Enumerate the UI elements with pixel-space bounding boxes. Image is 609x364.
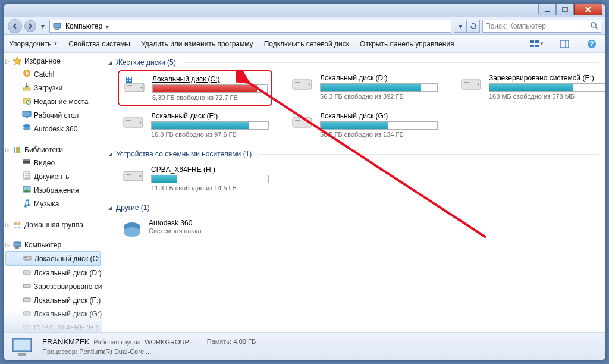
drive-item[interactable]: Локальный диск (F:)16,8 ГБ свободно из 9…: [118, 108, 272, 142]
svg-rect-67: [14, 340, 30, 350]
svg-point-63: [140, 175, 142, 177]
sidebar-homegroup-header[interactable]: ▷ Домашняя группа: [4, 219, 102, 231]
drive-name: Локальный диск (F:): [151, 112, 269, 120]
svg-point-4: [591, 23, 596, 27]
refresh-button[interactable]: [467, 20, 480, 33]
svg-rect-42: [23, 325, 30, 329]
address-dropdown[interactable]: ▾: [454, 20, 467, 33]
address-bar[interactable]: Компьютер ▸: [49, 20, 451, 33]
preview-pane-button[interactable]: [556, 37, 573, 51]
other-item[interactable]: Autodesk 360Системная папка: [118, 215, 599, 244]
svg-point-47: [141, 87, 143, 89]
svg-rect-21: [16, 147, 18, 153]
sidebar-item-disk-e[interactable]: Зарезервировано системой: [4, 280, 102, 293]
svg-point-33: [18, 222, 21, 225]
recent-icon: [22, 96, 32, 107]
svg-rect-18: [23, 111, 31, 117]
sidebar-libraries-header[interactable]: ▷ Библиотеки: [4, 144, 102, 156]
svg-rect-37: [24, 257, 27, 258]
sidebar-favorites-header[interactable]: ▷ Избранное: [4, 55, 102, 67]
libraries-icon: [12, 145, 22, 155]
drive-item[interactable]: Локальный диск (D:)56,3 ГБ свободно из 3…: [287, 70, 441, 106]
drive-icon: [22, 308, 32, 319]
breadcrumb-computer[interactable]: Компьютер: [65, 22, 102, 30]
search-input[interactable]: Поиск: Компьютер: [482, 20, 601, 33]
svg-rect-8: [530, 45, 534, 47]
svg-rect-61: [295, 120, 300, 121]
sidebar-item-autodesk[interactable]: Autodesk 360: [4, 122, 102, 136]
titlebar: [4, 4, 605, 17]
sidebar-item-desktop[interactable]: Рабочий стол: [4, 108, 102, 122]
drive-icon: [123, 75, 146, 94]
computer-icon: [52, 21, 62, 31]
drive-icon: [121, 112, 145, 131]
drive-free-text: 11,3 ГБ свободно из 14,5 ГБ: [151, 184, 269, 192]
section-removable[interactable]: ◢Устройства со съемными носителями (1): [108, 150, 599, 158]
sidebar-item-videos[interactable]: Видео: [4, 156, 102, 170]
video-icon: [22, 157, 32, 168]
drive-name: Локальный диск (C:): [152, 75, 268, 83]
drive-free-text: 56,5 ГБ свободно из 134 ГБ: [320, 131, 438, 138]
map-network-drive-button[interactable]: Подключить сетевой диск: [264, 40, 349, 48]
explorer-window: ▾ Компьютер ▸ ▾ Поиск: Компьютер Упорядо…: [4, 4, 605, 360]
breadcrumb-separator[interactable]: ▸: [106, 22, 109, 30]
svg-rect-6: [530, 40, 534, 43]
capacity-bar: [320, 121, 438, 130]
sidebar-item-disk-f[interactable]: Локальный диск (F:): [4, 293, 102, 307]
uninstall-program-button[interactable]: Удалить или изменить программу: [141, 40, 253, 48]
sidebar-item-documents[interactable]: Документы: [4, 170, 102, 183]
section-hard-disks[interactable]: ◢Жесткие диски (5): [108, 58, 599, 67]
sidebar-item-catch[interactable]: Catch!: [4, 67, 102, 81]
sidebar-item-pictures[interactable]: Изображения: [4, 183, 102, 197]
svg-rect-10: [560, 40, 569, 48]
sidebar-computer-header[interactable]: ▷ Компьютер: [4, 239, 102, 251]
back-button[interactable]: [8, 19, 22, 33]
svg-point-57: [140, 122, 142, 124]
sidebar-item-disk-h[interactable]: CPBA_X64FRE (H:): [4, 321, 102, 332]
drive-free-text: 56,3 ГБ свободно из 392 ГБ: [320, 93, 438, 100]
svg-point-54: [478, 84, 479, 86]
search-icon: [591, 22, 598, 30]
drive-icon: [459, 74, 483, 93]
sidebar-item-disk-d[interactable]: Локальный диск (D:): [4, 266, 102, 280]
sidebar-item-music[interactable]: Музыка: [4, 197, 102, 211]
system-properties-button[interactable]: Свойства системы: [68, 40, 130, 48]
minimize-button[interactable]: [538, 4, 556, 15]
drive-item[interactable]: Локальный диск (C:)6,30 ГБ свободно из 7…: [118, 70, 272, 106]
svg-rect-20: [14, 147, 15, 153]
drive-item[interactable]: Локальный диск (G:)56,5 ГБ свободно из 1…: [287, 108, 441, 142]
svg-text:?: ?: [589, 40, 594, 48]
maximize-button[interactable]: [556, 4, 574, 15]
section-other[interactable]: ◢Другие (1): [108, 203, 599, 212]
sidebar-item-disk-g[interactable]: Локальный диск (G:): [4, 307, 102, 321]
svg-rect-7: [535, 40, 539, 43]
computer-large-icon: [10, 336, 34, 357]
other-sub: Системная папка: [149, 227, 202, 234]
sidebar-item-disk-c[interactable]: Локальный диск (C:): [5, 251, 101, 266]
svg-rect-35: [15, 247, 19, 249]
sidebar-item-downloads[interactable]: Загрузки: [4, 81, 102, 95]
capacity-bar: [151, 121, 269, 130]
capacity-bar: [320, 83, 438, 92]
drive-name: Зарезервировано системой (E:): [489, 74, 605, 82]
capacity-bar: [489, 83, 605, 92]
search-placeholder: Поиск: Компьютер: [485, 22, 588, 30]
svg-rect-22: [18, 147, 20, 153]
close-button[interactable]: [574, 4, 602, 15]
organize-menu[interactable]: Упорядочить▼: [9, 40, 58, 48]
svg-point-60: [309, 122, 310, 124]
drive-name: Локальный диск (D:): [320, 74, 438, 82]
sidebar-item-recent[interactable]: Недавние места: [4, 95, 102, 108]
open-control-panel-button[interactable]: Открыть панель управления: [360, 40, 454, 48]
drive-item[interactable]: CPBA_X64FRE (H:)11,3 ГБ свободно из 14,5…: [118, 162, 272, 195]
help-button[interactable]: ?: [583, 37, 600, 51]
pictures-icon: [22, 184, 32, 196]
capacity-bar: [151, 175, 269, 183]
svg-rect-3: [55, 29, 59, 30]
forward-button[interactable]: [24, 20, 36, 32]
drive-item[interactable]: Зарезервировано системой (E:)163 МБ своб…: [456, 70, 605, 106]
view-options-button[interactable]: ▼: [529, 37, 545, 51]
history-dropdown[interactable]: ▾: [39, 22, 47, 30]
drive-icon: [22, 267, 32, 278]
drive-icon: [22, 322, 32, 332]
